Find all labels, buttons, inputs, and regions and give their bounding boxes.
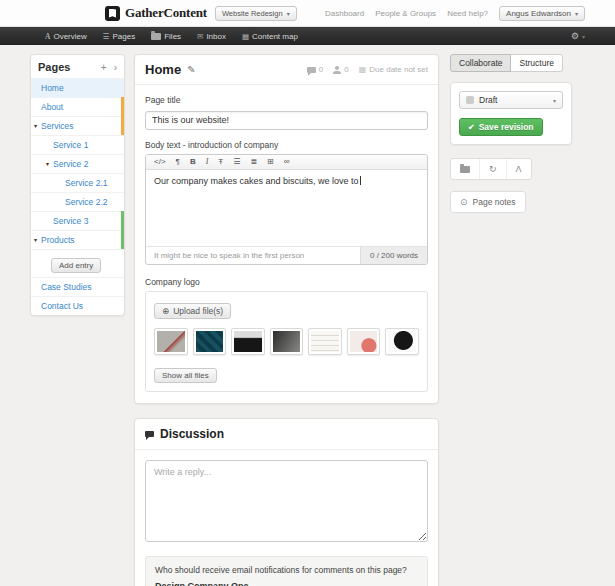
check-icon: ✔: [468, 123, 475, 132]
main-navbar: A Overview ☰ Pages Files ✉ Inbox ▦ Conte…: [0, 27, 615, 45]
add-entry-button[interactable]: Add entry: [51, 258, 101, 273]
table-icon[interactable]: ⊞: [267, 158, 274, 166]
sidebar-item-service-2-1[interactable]: Service 2.1: [31, 173, 124, 192]
calendar-icon: ▦: [359, 65, 367, 74]
editor-footer: It might be nice to speak in the first p…: [146, 246, 427, 264]
comments-count[interactable]: 0: [307, 65, 323, 74]
need-help-link[interactable]: Need help?: [447, 9, 488, 18]
page-title-label: Page title: [145, 95, 428, 105]
chevron-down-icon: ▾: [553, 97, 556, 104]
word-count: 0 / 200 words: [360, 247, 427, 264]
tab-structure[interactable]: Structure: [511, 54, 563, 72]
activity-icon: Λ: [516, 164, 522, 174]
upload-icon: ⊕: [162, 306, 169, 316]
expand-caret-icon[interactable]: ▾: [46, 160, 49, 167]
gear-icon: ⚙: [571, 31, 579, 41]
unordered-list-icon[interactable]: ☰: [233, 158, 240, 166]
page-tools: ↻ Λ: [450, 158, 532, 180]
file-thumbnail[interactable]: [154, 328, 188, 355]
tab-collaborate[interactable]: Collaborate: [450, 54, 511, 72]
logo: GatherContent: [105, 5, 207, 21]
right-sidebar: Collaborate Structure Draft ▾ ✔ Save rev…: [450, 54, 572, 213]
file-thumbnail[interactable]: [270, 328, 304, 355]
company-logo-label: Company logo: [145, 277, 428, 287]
sidebar-item-products[interactable]: ▾ Products: [31, 230, 124, 249]
collapse-sidebar-icon[interactable]: ›: [114, 62, 117, 73]
save-revision-button[interactable]: ✔ Save revision: [459, 118, 543, 136]
sidebar-title: Pages: [38, 61, 70, 73]
nav-item-files[interactable]: Files: [151, 32, 181, 41]
folder-icon: [460, 166, 470, 173]
editor-toolbar: </> ¶ B I Ŧ ☰ ≣ ⊞ ∞: [146, 155, 427, 170]
upload-files-button[interactable]: ⊕ Upload file(s): [154, 303, 231, 319]
sidebar-item-about[interactable]: About: [31, 97, 124, 116]
people-groups-link[interactable]: People & Groups: [375, 9, 436, 18]
link-icon[interactable]: ∞: [284, 158, 290, 166]
top-header-links: Dashboard People & Groups Need help? Ang…: [325, 6, 585, 21]
sidebar-item-service-2-2[interactable]: Service 2.2: [31, 192, 124, 211]
main-column: Home ✎ 0 0 ▦ Due date not se: [134, 54, 439, 586]
user-menu-button[interactable]: Angus Edwardson ▾: [499, 6, 585, 21]
page-notes-icon: ⊙: [460, 197, 468, 207]
nav-item-inbox[interactable]: ✉ Inbox: [197, 32, 226, 41]
comment-icon: [307, 67, 316, 73]
status-strip-orange: [121, 116, 124, 135]
activity-tool-button[interactable]: Λ: [506, 159, 531, 179]
page-notes-button[interactable]: ⊙ Page notes: [450, 191, 526, 213]
status-dropdown[interactable]: Draft ▾: [459, 91, 563, 109]
project-selector-button[interactable]: Website Redesign ▾: [215, 6, 297, 21]
notify-question: Who should receive email notifications f…: [155, 565, 418, 575]
status-strip-green: [121, 211, 124, 230]
history-tool-button[interactable]: ↻: [479, 159, 506, 179]
nav-item-pages[interactable]: ☰ Pages: [103, 32, 135, 41]
discussion-panel: Discussion Who should receive email noti…: [134, 418, 439, 586]
nav-item-content-map[interactable]: ▦ Content map: [242, 32, 298, 41]
edit-title-icon[interactable]: ✎: [187, 64, 195, 75]
file-thumbnail[interactable]: [385, 328, 419, 355]
file-thumbnail[interactable]: [308, 328, 342, 355]
sidebar-item-service-3[interactable]: Service 3: [31, 211, 124, 230]
file-thumbnail[interactable]: [231, 328, 265, 355]
dashboard-link[interactable]: Dashboard: [325, 9, 364, 18]
gathercontent-logo-icon: [105, 6, 120, 21]
sidebar-item-home[interactable]: Home: [31, 78, 124, 97]
show-all-files-button[interactable]: Show all files: [154, 368, 217, 383]
sidebar-item-contact-us[interactable]: Contact Us: [31, 296, 124, 315]
nav-item-overview[interactable]: A Overview: [45, 32, 87, 41]
status-strip-orange: [121, 97, 124, 116]
file-attachment-box: ⊕ Upload file(s) Show all file: [145, 291, 428, 392]
paragraph-icon[interactable]: ¶: [176, 158, 180, 166]
people-count[interactable]: 0: [333, 65, 348, 74]
sidebar-item-services[interactable]: ▾ Services: [31, 116, 124, 135]
top-header: GatherContent Website Redesign ▾ Dashboa…: [0, 0, 615, 27]
file-thumbnail[interactable]: [193, 328, 227, 355]
add-page-icon[interactable]: +: [101, 62, 107, 73]
italic-icon[interactable]: I: [206, 158, 209, 166]
page-title-input[interactable]: [145, 111, 428, 130]
thumbnail-image: [311, 331, 339, 352]
status-color-swatch: [466, 96, 474, 104]
ordered-list-icon[interactable]: ≣: [250, 158, 257, 166]
page-header: Home ✎ 0 0 ▦ Due date not se: [135, 55, 438, 85]
file-thumbnail[interactable]: [347, 328, 381, 355]
reply-textarea[interactable]: [145, 460, 428, 542]
thumbnail-image: [273, 331, 301, 352]
sidebar-item-service-2[interactable]: ▾ Service 2: [31, 154, 124, 173]
settings-menu[interactable]: ⚙ ▾: [571, 31, 585, 41]
files-tool-button[interactable]: [451, 159, 479, 179]
due-date[interactable]: ▦ Due date not set: [359, 65, 428, 74]
history-clock-icon: ↻: [489, 164, 497, 174]
sidebar-item-service-1[interactable]: Service 1: [31, 135, 124, 154]
expand-caret-icon[interactable]: ▾: [34, 122, 37, 129]
thumbnail-image: [388, 331, 416, 352]
content-map-icon: ▦: [242, 32, 249, 41]
editor-content[interactable]: Our company makes cakes and biscuits, we…: [146, 170, 427, 246]
field-hint: It might be nice to speak in the first p…: [146, 247, 360, 264]
strikethrough-icon[interactable]: Ŧ: [218, 158, 223, 166]
expand-caret-icon[interactable]: ▾: [34, 236, 37, 243]
bold-icon[interactable]: B: [190, 158, 196, 166]
code-icon[interactable]: </>: [154, 158, 166, 166]
sidebar-item-case-studies[interactable]: Case Studies: [31, 277, 124, 296]
page-editor-panel: Home ✎ 0 0 ▦ Due date not se: [134, 54, 439, 404]
chevron-down-icon: ▾: [575, 10, 578, 17]
